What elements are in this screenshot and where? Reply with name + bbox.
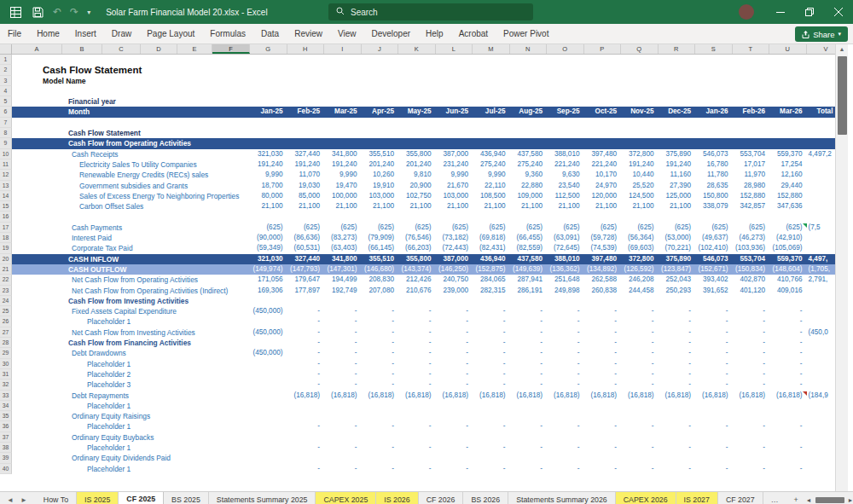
cell[interactable]: 355,510 (362, 254, 399, 264)
cell[interactable]: (59,349) (250, 243, 287, 253)
cell[interactable]: 19,910 (362, 181, 399, 191)
cell[interactable]: - (436, 464, 473, 474)
cell[interactable]: (79,909) (362, 233, 399, 243)
cell[interactable]: 21,100 (510, 201, 548, 211)
cell[interactable]: (90,000) (250, 233, 287, 243)
cell[interactable]: (76,546) (398, 233, 436, 243)
row-number[interactable]: 38 (0, 443, 12, 453)
cell[interactable]: (83,273) (324, 233, 362, 243)
cell[interactable]: - (621, 316, 659, 327)
row-number[interactable]: 9 (0, 138, 12, 148)
cell[interactable]: 120,000 (584, 191, 622, 201)
column-header-u[interactable]: U (769, 44, 807, 54)
cell[interactable]: (148,604) (769, 264, 807, 275)
cell[interactable]: - (324, 348, 362, 358)
cell[interactable]: 9,360 (510, 170, 548, 180)
cell[interactable]: - (769, 306, 807, 316)
cell[interactable]: 152,880 (769, 191, 807, 201)
cell[interactable]: 152,880 (733, 191, 770, 201)
cell[interactable]: (49,637) (695, 233, 733, 243)
vertical-scrollbar[interactable]: ▲ (835, 44, 848, 491)
column-header-r[interactable]: R (659, 44, 696, 54)
cell[interactable]: - (621, 338, 659, 348)
cell[interactable]: 9,810 (398, 170, 436, 180)
cell[interactable]: - (324, 379, 362, 390)
cell[interactable]: (152,875) (473, 264, 510, 275)
cell[interactable]: 21,100 (398, 201, 436, 211)
cell[interactable]: (625) (362, 223, 399, 233)
cell[interactable]: - (659, 327, 696, 338)
cell[interactable]: 25,520 (621, 181, 659, 191)
cell[interactable]: 21,100 (547, 201, 584, 211)
cell[interactable]: 246,208 (621, 275, 659, 285)
ribbon-tab-developer[interactable]: Developer (363, 24, 418, 44)
cell[interactable]: - (398, 464, 436, 474)
cell[interactable]: (105,069) (769, 243, 807, 253)
minimize-button[interactable] (766, 0, 795, 24)
cell[interactable]: (625) (547, 223, 584, 233)
row-number[interactable]: 13 (0, 181, 12, 191)
cell[interactable]: - (473, 379, 510, 390)
cell[interactable]: - (287, 316, 325, 327)
select-all-corner[interactable] (0, 44, 12, 54)
cell[interactable]: - (547, 464, 584, 474)
cell[interactable]: 553,704 (733, 254, 770, 264)
cell[interactable]: 11,160 (659, 170, 696, 180)
cell[interactable]: - (769, 369, 807, 379)
column-header-e[interactable]: E (177, 44, 212, 54)
cell[interactable]: 22,110 (473, 181, 510, 191)
cell[interactable]: 387,000 (436, 149, 473, 159)
row-number[interactable]: 17 (0, 223, 12, 233)
cell[interactable]: - (324, 464, 362, 474)
user-avatar[interactable] (739, 4, 754, 20)
cell[interactable]: - (287, 443, 325, 453)
row-label[interactable]: Placeholder 3 (12, 379, 250, 390)
cell[interactable]: - (621, 369, 659, 379)
cell[interactable]: 10,260 (362, 170, 399, 180)
sheet-tab-statements-summary-2026[interactable]: Statements Summary 2026 (508, 492, 616, 504)
cell[interactable]: 28,980 (733, 181, 770, 191)
cell[interactable]: (625) (695, 223, 733, 233)
cell[interactable]: 327,440 (287, 254, 325, 264)
cell[interactable]: 207,080 (362, 286, 399, 296)
hscroll-right-icon[interactable]: ► (848, 497, 853, 503)
cell[interactable]: - (584, 464, 622, 474)
cell[interactable]: - (362, 464, 399, 474)
cell[interactable]: (72,645) (547, 243, 584, 253)
cell[interactable]: - (621, 379, 659, 390)
column-header-m[interactable]: M (473, 44, 510, 54)
cell[interactable]: (146,250) (436, 264, 473, 275)
cell[interactable]: - (362, 316, 399, 327)
cell[interactable]: 21,100 (287, 201, 325, 211)
cell[interactable]: - (510, 348, 548, 358)
row-label[interactable]: Placeholder 1 (12, 316, 250, 327)
cell[interactable]: - (733, 306, 770, 316)
row-number[interactable]: 8 (0, 128, 12, 138)
cell[interactable]: - (362, 369, 399, 379)
row-number[interactable]: 5 (0, 96, 12, 107)
cell[interactable]: (152,671) (695, 264, 733, 275)
cell[interactable]: - (473, 348, 510, 358)
cell[interactable]: (147,301) (324, 264, 362, 275)
cell[interactable]: 24,970 (584, 181, 622, 191)
cell[interactable]: (625) (769, 223, 807, 233)
cell[interactable]: 249,898 (547, 286, 584, 296)
ribbon-tab-power-pivot[interactable]: Power Pivot (496, 24, 556, 44)
cell[interactable]: (450,000) (250, 306, 287, 316)
column-header-j[interactable]: J (362, 44, 399, 54)
cell[interactable]: 210,676 (398, 286, 436, 296)
tab-scroll-left-icon[interactable]: ◄ (7, 496, 14, 504)
ribbon-tab-data[interactable]: Data (253, 24, 287, 44)
cell[interactable]: 18,700 (250, 181, 287, 191)
sheet-tab-how-to[interactable]: How To (36, 492, 77, 504)
cell[interactable]: (70,221) (659, 243, 696, 253)
cell[interactable] (250, 421, 287, 432)
cell[interactable]: - (398, 359, 436, 369)
cell[interactable]: 21,100 (584, 201, 622, 211)
cell[interactable]: 21,100 (659, 201, 696, 211)
cell[interactable]: - (436, 369, 473, 379)
cell[interactable]: - (362, 327, 399, 338)
row-number[interactable]: 32 (0, 379, 12, 390)
cell[interactable]: (46,273) (733, 233, 770, 243)
cell[interactable]: - (733, 359, 770, 369)
